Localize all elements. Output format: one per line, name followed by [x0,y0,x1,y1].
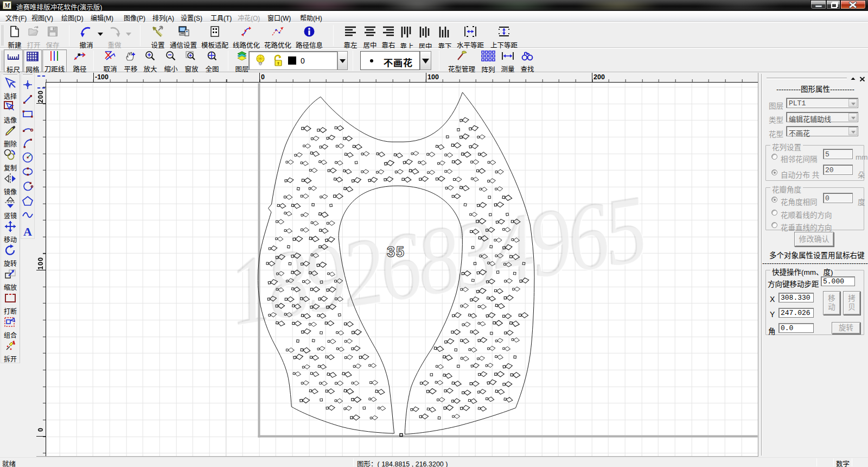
svg-text:35: 35 [387,244,405,260]
